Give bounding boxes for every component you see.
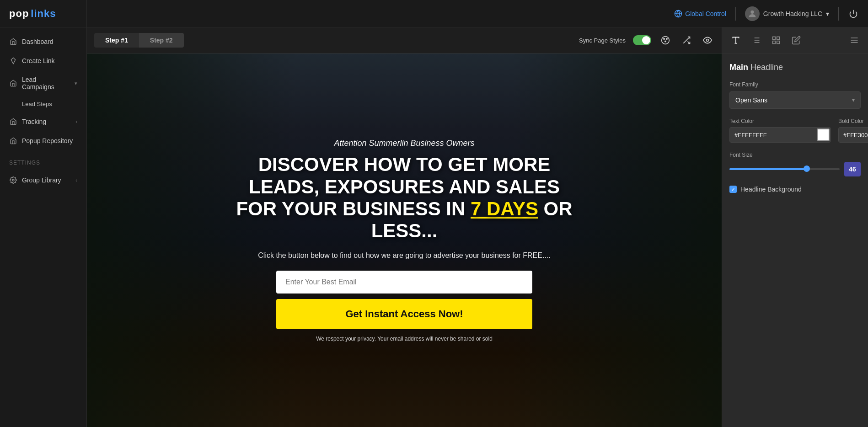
landing-page: Attention Summerlin Business Owners DISC… <box>87 53 722 427</box>
email-input[interactable] <box>276 271 532 294</box>
headline-background-label: Headline Background <box>740 186 802 193</box>
svg-rect-23 <box>777 41 780 44</box>
color-row: Text Color Bold Color <box>729 118 861 143</box>
chevron-left-icon-2: ‹ <box>75 177 77 183</box>
svg-point-9 <box>665 41 666 42</box>
svg-point-4 <box>750 10 754 13</box>
edit-icon <box>792 36 801 45</box>
shuffle-button[interactable] <box>680 33 693 47</box>
avatar-icon <box>747 9 757 19</box>
sync-toggle[interactable] <box>633 35 651 45</box>
svg-point-6 <box>662 37 670 44</box>
select-arrow-icon: ▾ <box>852 97 855 103</box>
font-family-select[interactable]: Open Sans ▾ <box>729 91 861 109</box>
text-color-input-wrap <box>729 127 831 143</box>
bold-color-label: Bold Color <box>838 118 868 124</box>
panel-toolbar <box>722 27 868 53</box>
landing-content: Attention Summerlin Business Owners DISC… <box>226 139 583 342</box>
sidebar-item-lead-steps[interactable]: Lead Steps <box>0 96 86 112</box>
sidebar-item-group-library[interactable]: Group Library ‹ <box>0 171 86 190</box>
home-icon-4 <box>9 137 17 145</box>
panel-title-normal: Headline <box>748 63 783 72</box>
settings-section-label: Settings <box>0 155 86 171</box>
bold-color-input[interactable] <box>839 128 868 142</box>
list-icon <box>751 36 761 45</box>
step1-tab[interactable]: Step #1 <box>94 33 139 48</box>
headline-background-checkbox[interactable]: ✓ <box>729 186 737 193</box>
text-color-swatch[interactable] <box>817 128 830 141</box>
sidebar-item-dashboard[interactable]: Dashboard <box>0 32 86 51</box>
svg-marker-0 <box>11 58 15 64</box>
slider-track <box>729 168 840 170</box>
home-icon-3 <box>9 117 17 126</box>
typography-tool-button[interactable] <box>729 34 742 47</box>
top-header-right: Global Control Growth Hacking LLC ▾ <box>674 6 859 21</box>
sidebar-item-tracking-label: Tracking <box>22 118 46 125</box>
font-size-row: 46 <box>729 162 861 176</box>
panel-content: Main Headline Font Family Open Sans ▾ Te… <box>722 53 868 202</box>
user-name-label: Growth Hacking LLC <box>763 10 822 17</box>
power-button[interactable] <box>848 8 859 19</box>
panel-menu-button[interactable] <box>848 34 861 47</box>
page-tools: Sync Page Styles <box>579 33 714 47</box>
menu-icon <box>850 36 859 45</box>
shuffle-icon <box>682 36 691 45</box>
logo-links: links <box>31 8 56 20</box>
eye-button[interactable] <box>701 33 714 47</box>
user-profile-button[interactable]: Growth Hacking LLC ▾ <box>745 6 829 21</box>
sidebar-item-create-link[interactable]: Create Link <box>0 51 86 70</box>
preview-canvas: Attention Summerlin Business Owners DISC… <box>87 53 722 427</box>
sidebar-item-popup-repository[interactable]: Popup Repository <box>0 131 86 150</box>
edit-tool-button[interactable] <box>790 34 803 47</box>
global-control-label: Global Control <box>685 10 726 17</box>
text-color-label: Text Color <box>729 118 831 124</box>
header-divider-2 <box>838 7 839 21</box>
attention-text: Attention Summerlin Business Owners <box>226 139 583 148</box>
cta-button[interactable]: Get Instant Access Now! <box>276 299 532 329</box>
font-size-slider[interactable] <box>729 168 840 171</box>
svg-point-1 <box>12 179 14 181</box>
slider-thumb[interactable] <box>804 165 810 172</box>
sidebar-item-popup-repository-label: Popup Repository <box>22 137 73 144</box>
svg-rect-21 <box>773 37 776 40</box>
svg-rect-24 <box>773 41 776 44</box>
palette-button[interactable] <box>659 33 672 47</box>
headline-background-row: ✓ Headline Background <box>729 186 861 193</box>
panel-title-bold: Main <box>729 63 748 72</box>
right-panel: Main Headline Font Family Open Sans ▾ Te… <box>722 27 868 427</box>
typography-icon <box>731 36 740 45</box>
chevron-down-icon: ▾ <box>75 80 77 86</box>
logo-pop: pop <box>9 8 29 20</box>
shapes-tool-button[interactable] <box>770 34 782 47</box>
text-color-field: Text Color <box>729 118 831 143</box>
svg-point-12 <box>707 39 709 42</box>
eye-icon <box>703 36 712 45</box>
editor-area: Step #1 Step #2 Sync Page Styles <box>87 27 868 427</box>
user-chevron-icon: ▾ <box>826 10 829 17</box>
bold-color-field: Bold Color <box>838 118 868 143</box>
global-icon <box>674 10 682 18</box>
text-color-input[interactable] <box>730 128 816 142</box>
sidebar-item-lead-campaigns-label: Lead Campaigns <box>22 76 70 91</box>
email-input-wrapper <box>276 271 532 294</box>
home-icon-2 <box>9 79 17 87</box>
main-content: Global Control Growth Hacking LLC ▾ Step… <box>87 0 868 427</box>
global-control-button[interactable]: Global Control <box>674 10 726 18</box>
sidebar-item-lead-campaigns[interactable]: Lead Campaigns ▾ <box>0 70 86 96</box>
header-divider <box>735 7 736 21</box>
gear-icon <box>9 176 17 184</box>
font-size-section: Font Size 46 <box>729 152 861 176</box>
top-header: Global Control Growth Hacking LLC ▾ <box>87 0 868 27</box>
list-tool-button[interactable] <box>750 34 762 47</box>
palette-icon <box>661 36 670 45</box>
diamond-icon <box>9 57 17 65</box>
step2-tab[interactable]: Step #2 <box>139 33 184 48</box>
sidebar-item-create-link-label: Create Link <box>22 57 55 64</box>
step-tabs-bar: Step #1 Step #2 Sync Page Styles <box>87 27 722 53</box>
panel-title: Main Headline <box>729 63 861 72</box>
power-icon-svg <box>849 9 858 18</box>
sub-headline: Click the button below to find out how w… <box>226 251 583 260</box>
svg-point-7 <box>664 38 665 40</box>
chevron-left-icon: ‹ <box>75 119 77 124</box>
sidebar-item-tracking[interactable]: Tracking ‹ <box>0 112 86 131</box>
